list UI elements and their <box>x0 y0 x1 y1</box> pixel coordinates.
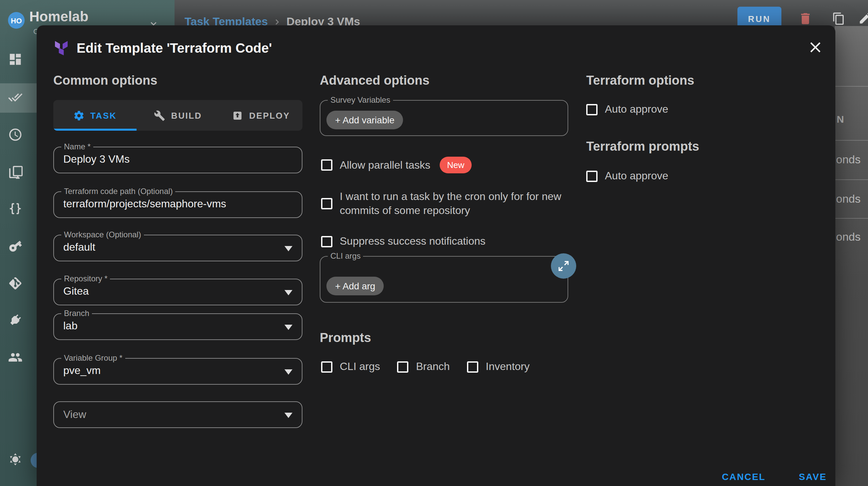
checkbox-label: Branch <box>416 361 450 373</box>
expand-editor-button[interactable] <box>551 253 576 279</box>
terraform-options-heading: Terraform options <box>586 73 694 88</box>
field-value: default <box>63 241 95 253</box>
new-badge: New <box>440 157 472 173</box>
dropdown-arrow-icon <box>284 290 292 295</box>
close-icon[interactable] <box>807 39 824 56</box>
edit-icon[interactable] <box>858 11 868 25</box>
add-variable-button[interactable]: + Add variable <box>327 111 403 129</box>
prompt-branch: Branch <box>397 361 450 373</box>
survey-variables-fieldset: Survey Variables + Add variable <box>320 100 568 136</box>
field-value: lab <box>63 320 78 332</box>
terraform-icon <box>53 40 69 56</box>
tab-label: TASK <box>90 110 117 120</box>
workspace-select[interactable]: Workspace (Optional) default <box>53 235 303 261</box>
edit-template-modal: Edit Template 'Terraform Code' Common op… <box>37 25 835 486</box>
tf-prompt-auto-approve-checkbox[interactable] <box>586 170 597 182</box>
field-value: Deploy 3 VMs <box>63 153 130 165</box>
copy-icon[interactable] <box>832 12 845 25</box>
field-value: Gitea <box>63 285 89 297</box>
delete-icon[interactable] <box>798 11 813 26</box>
common-options-heading: Common options <box>53 73 157 88</box>
save-button[interactable]: SAVE <box>796 467 829 486</box>
field-placeholder: View <box>63 409 86 421</box>
branch-select[interactable]: Branch lab <box>53 313 303 340</box>
field-label: Repository * <box>61 274 110 284</box>
checkbox-label: Suppress success notifications <box>340 235 486 247</box>
gear-icon <box>73 110 84 121</box>
checkbox-label: Inventory <box>486 361 530 373</box>
field-label: Branch <box>61 309 92 319</box>
view-select[interactable]: View <box>53 401 303 428</box>
tf-auto-approve-checkbox[interactable] <box>586 104 597 115</box>
field-label: Terraform code path (Optional) <box>61 187 176 197</box>
allow-parallel-row: Allow parallel tasks New <box>321 157 472 173</box>
dropdown-arrow-icon <box>284 325 292 330</box>
plug-icon[interactable] <box>5 310 26 330</box>
dropdown-arrow-icon <box>284 413 292 418</box>
prompt-cli-args-checkbox[interactable] <box>321 361 333 372</box>
field-value: terraform/projects/semaphore-vms <box>63 198 226 210</box>
tab-deploy[interactable]: DEPLOY <box>219 100 303 131</box>
check-all-icon[interactable] <box>8 90 23 105</box>
git-icon[interactable] <box>8 276 23 291</box>
prompts-heading: Prompts <box>320 331 371 345</box>
suppress-checkbox[interactable] <box>321 236 333 247</box>
tf-auto-approve-row: Auto approve <box>586 103 668 115</box>
team-icon[interactable] <box>8 350 23 365</box>
dashboard-icon[interactable] <box>8 52 23 67</box>
name-field[interactable]: Name * Deploy 3 VMs <box>53 147 303 173</box>
cron-checkbox[interactable] <box>321 198 333 209</box>
code-braces-icon[interactable] <box>8 201 23 216</box>
prompt-branch-checkbox[interactable] <box>397 361 409 372</box>
allow-parallel-checkbox[interactable] <box>321 159 333 171</box>
dropdown-arrow-icon <box>284 369 292 375</box>
table-header-fragment: N <box>837 113 844 125</box>
sun-icon[interactable] <box>8 452 23 467</box>
background-table-strip: N onds onds onds <box>835 26 868 486</box>
add-arg-button[interactable]: + Add arg <box>327 277 384 295</box>
repository-select[interactable]: Repository * Gitea <box>53 279 303 305</box>
modal-title: Edit Template 'Terraform Code' <box>76 41 272 56</box>
advanced-options-heading: Advanced options <box>320 73 429 88</box>
fieldset-label: Survey Variables <box>328 95 393 105</box>
variable-group-select[interactable]: Variable Group * pve_vm <box>53 358 303 385</box>
fieldset-label: CLI args <box>328 251 363 261</box>
checkbox-label: Allow parallel tasks <box>340 159 430 171</box>
checkbox-label: CLI args <box>340 361 380 373</box>
project-name[interactable]: Homelab <box>29 9 88 25</box>
wrench-icon <box>154 110 165 121</box>
tf-prompt-auto-approve-row: Auto approve <box>586 170 668 182</box>
project-avatar[interactable]: HO <box>8 12 25 29</box>
key-icon[interactable] <box>5 236 26 256</box>
table-row: onds <box>836 193 861 206</box>
template-type-tabs: TASK BUILD DEPLOY <box>53 100 303 131</box>
prompt-cli-args: CLI args <box>321 361 380 373</box>
dropdown-arrow-icon <box>284 246 292 251</box>
cron-row: I want to run a task by the cron only fo… <box>321 189 578 217</box>
table-row: onds <box>836 231 861 244</box>
modal-footer: CANCEL SAVE <box>719 467 829 486</box>
field-label: Workspace (Optional) <box>61 230 144 240</box>
field-value: pve_vm <box>63 365 101 377</box>
tab-task[interactable]: TASK <box>53 100 136 131</box>
code-path-field[interactable]: Terraform code path (Optional) terraform… <box>53 191 303 218</box>
checkbox-label: Auto approve <box>605 103 668 115</box>
deploy-icon <box>232 110 243 121</box>
arrow-expand-icon <box>557 259 570 273</box>
active-tab-indicator <box>53 128 136 131</box>
app-screen: HO Homelab C Task Templates <box>0 0 868 486</box>
suppress-row: Suppress success notifications <box>321 235 486 248</box>
field-label: Variable Group * <box>61 353 125 363</box>
prompt-inventory-checkbox[interactable] <box>467 361 478 372</box>
checkbox-label: Auto approve <box>605 170 668 182</box>
tab-label: BUILD <box>171 110 202 120</box>
terraform-prompts-heading: Terraform prompts <box>586 139 699 154</box>
tab-build[interactable]: BUILD <box>136 100 219 131</box>
cancel-button[interactable]: CANCEL <box>719 467 768 486</box>
field-label: Name * <box>61 142 93 152</box>
table-row: onds <box>836 153 861 167</box>
prompts-row: CLI args Branch Inventory <box>321 361 530 373</box>
checkbox-label: I want to run a task by the cron only fo… <box>340 189 578 217</box>
clock-icon[interactable] <box>8 127 23 142</box>
monitors-icon[interactable] <box>8 165 23 179</box>
